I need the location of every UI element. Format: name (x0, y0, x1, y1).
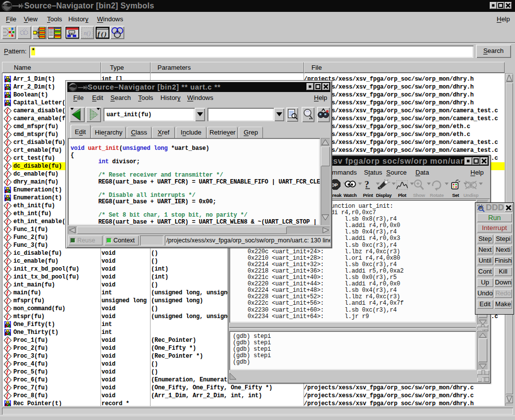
svg-text:?: ? (364, 179, 369, 189)
svg-text:OP: OP (331, 183, 338, 187)
svg-text:n(): n() (84, 30, 91, 37)
svg-text:f ( ): f ( ) (98, 30, 106, 38)
